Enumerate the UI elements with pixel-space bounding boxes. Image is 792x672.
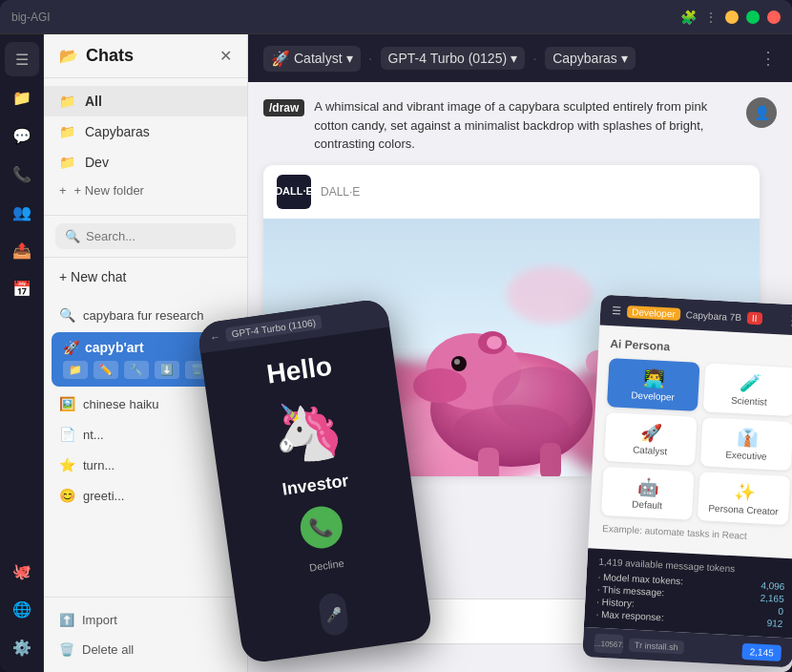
- chat-name-greet: greeti...: [83, 489, 232, 503]
- call-button[interactable]: Call 📞: [661, 624, 742, 661]
- sidebar-item-share[interactable]: 📤: [5, 233, 39, 267]
- close-button[interactable]: ✕: [767, 10, 781, 24]
- chat-name-haiku: chinese haiku: [83, 397, 232, 411]
- svg-point-10: [413, 368, 467, 403]
- sidebar-item-phone[interactable]: 📞: [5, 157, 39, 191]
- svg-rect-17: [540, 443, 561, 476]
- chat-icon-nt: 📄: [59, 427, 75, 442]
- new-chat-label: + New chat: [59, 269, 126, 284]
- sidebar-item-chat[interactable]: 💬: [5, 118, 39, 153]
- sidebar-item-settings[interactable]: ⚙️: [5, 630, 39, 664]
- minimize-button[interactable]: —: [725, 10, 739, 24]
- persona-selector[interactable]: 🚀 Catalyst ▾: [263, 46, 361, 72]
- more-icon[interactable]: ⋮: [704, 10, 718, 25]
- folder-dev-label: Dev: [85, 155, 109, 170]
- folder-item-all[interactable]: 📁 All: [44, 86, 247, 116]
- chat-list: 🔍 capybara fur research 🚀 capyb'art 📁 ✏️…: [44, 296, 247, 597]
- svg-point-18: [487, 336, 502, 349]
- chats-close-icon[interactable]: ✕: [219, 47, 232, 65]
- chat-top-left: 🚀 Catalyst ▾ · GPT-4 Turbo (0125) ▾ · Ca…: [263, 46, 636, 72]
- chat-item-greet[interactable]: 😊 greeti...: [44, 480, 247, 511]
- sidebar-item-menu[interactable]: ☰: [5, 42, 39, 76]
- search-input[interactable]: [86, 229, 226, 243]
- sidebar-item-folder[interactable]: 📁: [5, 80, 39, 115]
- maximize-button[interactable]: ▢: [746, 10, 760, 24]
- input-placeholder: drop files...: [278, 615, 339, 629]
- command-message: /draw A whimsical and vibrant image of a…: [263, 97, 777, 154]
- action-folder-btn[interactable]: 📁: [63, 361, 88, 379]
- action-download-btn[interactable]: ⬇️: [155, 361, 179, 379]
- expand-button[interactable]: ▲: [744, 582, 777, 617]
- chat-send-button[interactable]: Chat ✈: [661, 582, 741, 617]
- sidebar-item-github[interactable]: 🐙: [5, 554, 39, 588]
- import-label: Import: [82, 613, 117, 627]
- search-container: 🔍: [44, 216, 247, 258]
- app-window: big-AGI 🧩 ⋮ — ▢ ✕ ☰ 📁 💬 📞 👥 📤 📅 🐙 🌐 ⚙️: [0, 0, 792, 672]
- call-button-label: Call: [679, 635, 702, 650]
- title-bar-controls: 🧩 ⋮ — ▢ ✕: [680, 10, 781, 25]
- input-box[interactable]: drop files...: [263, 598, 604, 644]
- chat-name-turn: turn...: [83, 458, 232, 472]
- folder-item-dev[interactable]: 📁 Dev: [44, 147, 247, 178]
- folder-item-capybaras[interactable]: 📁 Capybaras: [44, 116, 247, 147]
- import-icon: ⬆️: [59, 613, 74, 627]
- chat-item-turn[interactable]: ⭐ turn...: [44, 450, 247, 480]
- mic-button[interactable]: 🎤: [614, 602, 652, 640]
- svg-point-6: [507, 266, 593, 324]
- separator: ·: [368, 49, 373, 69]
- sidebar-item-people[interactable]: 👥: [5, 195, 39, 229]
- folder-list: 📁 All 📁 Capybaras 📁 Dev + + New folder: [44, 78, 247, 216]
- chat-name-selector[interactable]: Capybaras ▾: [545, 47, 636, 70]
- chat-top-right: ⋮: [760, 48, 777, 69]
- command-badge: /draw: [263, 99, 304, 116]
- folder-open-icon[interactable]: 📂: [59, 47, 78, 65]
- title-bar: big-AGI 🧩 ⋮ — ▢ ✕: [0, 0, 792, 34]
- search-input-wrap: 🔍: [55, 223, 236, 249]
- dalle-header: DALL·E DALL·E: [263, 165, 760, 219]
- search-icon: 🔍: [65, 229, 80, 243]
- puzzle-icon[interactable]: 🧩: [680, 10, 697, 25]
- chat-more-button[interactable]: ⋮: [760, 49, 777, 68]
- chat-name-chevron-icon: ▾: [621, 51, 628, 66]
- model-chevron-icon: ▾: [511, 51, 517, 66]
- window-title: big-AGI: [11, 10, 51, 24]
- new-chat-button[interactable]: + New chat: [59, 265, 232, 288]
- action-tools-btn[interactable]: 🔧: [124, 361, 149, 379]
- chat-item-chinese-haiku[interactable]: 🖼️ chinese haiku: [44, 388, 247, 419]
- action-delete-btn[interactable]: 🗑️: [185, 361, 210, 379]
- new-folder-button[interactable]: + + New folder: [44, 178, 247, 207]
- model-selector[interactable]: GPT-4 Turbo (0125) ▾: [381, 47, 526, 70]
- chat-item-nt[interactable]: 📄 nt...: [44, 419, 247, 450]
- delete-all-label: Delete all: [82, 642, 134, 657]
- sidebar-item-calendar[interactable]: 📅: [5, 271, 39, 305]
- persona-chevron-icon: ▾: [346, 51, 353, 66]
- sidebar-item-globe[interactable]: 🌐: [5, 592, 39, 626]
- chat-content: 🚀 Catalyst ▾ · GPT-4 Turbo (0125) ▾ · Ca…: [248, 34, 792, 672]
- new-folder-label: + New folder: [74, 183, 144, 198]
- action-edit-btn[interactable]: ✏️: [94, 361, 118, 379]
- svg-point-19: [586, 350, 609, 373]
- chat-item-capybara-research[interactable]: 🔍 capybara fur research: [44, 300, 247, 330]
- messages-area: /draw A whimsical and vibrant image of a…: [248, 82, 792, 571]
- new-folder-plus-icon: +: [59, 183, 67, 198]
- chat-icon-greet: 😊: [59, 488, 75, 503]
- chat-name: Capybaras: [552, 51, 617, 66]
- capybara-image: [263, 219, 760, 476]
- chat-item-capybart-active[interactable]: 🚀 capyb'art 📁 ✏️ 🔧 ⬇️ 🗑️: [52, 332, 240, 387]
- chats-panel: 📂 Chats ✕ 📁 All 📁 Capybaras 📁 Dev: [44, 34, 248, 672]
- delete-all-button[interactable]: 🗑️ Delete all: [44, 635, 247, 664]
- svg-point-21: [698, 319, 726, 347]
- chats-header: 📂 Chats ✕: [44, 34, 247, 78]
- folder-all-icon: 📁: [59, 94, 75, 109]
- svg-rect-16: [478, 448, 499, 476]
- import-button[interactable]: ⬆️ Import: [44, 605, 247, 635]
- chat-list-bottom: ⬆️ Import 🗑️ Delete all: [44, 597, 247, 672]
- dalle-label: DALL·E: [321, 185, 360, 199]
- folder-all-label: All: [85, 94, 102, 109]
- folder-dev-icon: 📁: [59, 155, 75, 170]
- icon-sidebar: ☰ 📁 💬 📞 👥 📤 📅 🐙 🌐 ⚙️: [0, 34, 44, 672]
- chats-header-left: 📂 Chats: [59, 46, 134, 66]
- message-text: A whimsical and vibrant image of a capyb…: [314, 97, 737, 154]
- svg-point-20: [380, 364, 395, 379]
- active-chat-rocket-icon: 🚀: [63, 340, 79, 355]
